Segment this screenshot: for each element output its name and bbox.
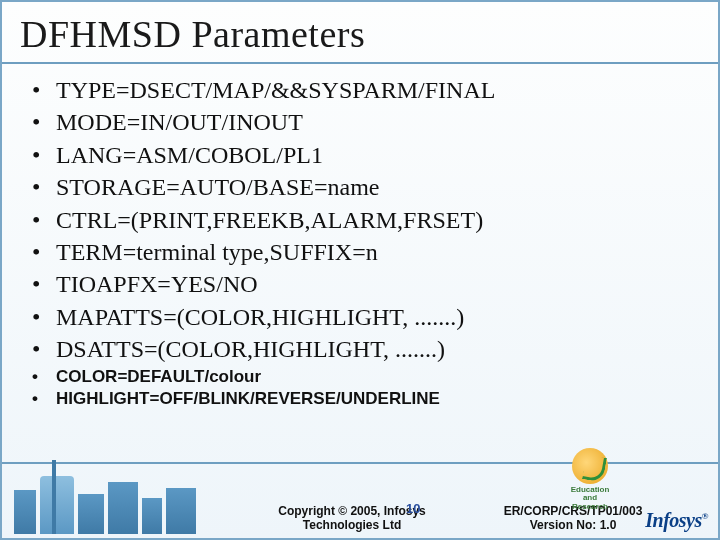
footer: Copyright © 2005, Infosys Technologies L… <box>2 456 718 538</box>
education-research-badge: Education and Research <box>560 448 620 508</box>
bullet-item: TERM=terminal type,SUFFIX=n <box>32 236 718 268</box>
bullet-text: MODE=IN/OUT/INOUT <box>56 109 303 135</box>
copyright-line-2: Technologies Ltd <box>303 518 401 532</box>
bullet-text: LANG=ASM/COBOL/PL1 <box>56 142 323 168</box>
bullet-text: TIOAPFX=YES/NO <box>56 271 258 297</box>
brand-text: Infosys <box>645 509 702 531</box>
bullet-item: TYPE=DSECT/MAP/&&SYSPARM/FINAL <box>32 74 718 106</box>
slide-title: DFHMSD Parameters <box>2 2 718 56</box>
ref-line-2: Version No: 1.0 <box>530 518 617 532</box>
bullet-item: TIOAPFX=YES/NO <box>32 268 718 300</box>
skyline-image <box>8 466 208 534</box>
infosys-logo: Infosys® <box>645 509 708 532</box>
sub-bullet-text: COLOR=DEFAULT/colour <box>56 367 261 386</box>
badge-line: Research <box>572 502 608 511</box>
bullet-text: MAPATTS=(COLOR,HIGHLIGHT, .......) <box>56 304 464 330</box>
badge-text: Education and Research <box>560 486 620 511</box>
page-number: 10 <box>406 501 420 516</box>
bullet-item: LANG=ASM/COBOL/PL1 <box>32 139 718 171</box>
bullet-item: DSATTS=(COLOR,HIGHLIGHT, .......) <box>32 333 718 365</box>
bullet-item: MODE=IN/OUT/INOUT <box>32 106 718 138</box>
bullet-item: STORAGE=AUTO/BASE=name <box>32 171 718 203</box>
sub-bullet-text: HIGHLIGHT=OFF/BLINK/REVERSE/UNDERLINE <box>56 389 440 408</box>
bullet-text: TERM=terminal type,SUFFIX=n <box>56 239 378 265</box>
sub-bullet-item: HIGHLIGHT=OFF/BLINK/REVERSE/UNDERLINE <box>32 388 718 411</box>
bullet-text: TYPE=DSECT/MAP/&&SYSPARM/FINAL <box>56 77 495 103</box>
footer-copyright: Copyright © 2005, Infosys Technologies L… <box>222 504 482 532</box>
bullet-list: TYPE=DSECT/MAP/&&SYSPARM/FINAL MODE=IN/O… <box>32 74 718 366</box>
sub-bullet-list: COLOR=DEFAULT/colour HIGHLIGHT=OFF/BLINK… <box>32 366 718 412</box>
bullet-text: DSATTS=(COLOR,HIGHLIGHT, .......) <box>56 336 445 362</box>
badge-icon <box>572 448 608 484</box>
bullet-item: CTRL=(PRINT,FREEKB,ALARM,FRSET) <box>32 204 718 236</box>
registered-icon: ® <box>702 511 708 521</box>
copyright-line-1: Copyright © 2005, Infosys <box>278 504 426 518</box>
bullet-text: STORAGE=AUTO/BASE=name <box>56 174 380 200</box>
slide: DFHMSD Parameters TYPE=DSECT/MAP/&&SYSPA… <box>0 0 720 540</box>
bullet-item: MAPATTS=(COLOR,HIGHLIGHT, .......) <box>32 301 718 333</box>
bullet-text: CTRL=(PRINT,FREEKB,ALARM,FRSET) <box>56 207 483 233</box>
content-area: TYPE=DSECT/MAP/&&SYSPARM/FINAL MODE=IN/O… <box>2 64 718 411</box>
sub-bullet-item: COLOR=DEFAULT/colour <box>32 366 718 389</box>
